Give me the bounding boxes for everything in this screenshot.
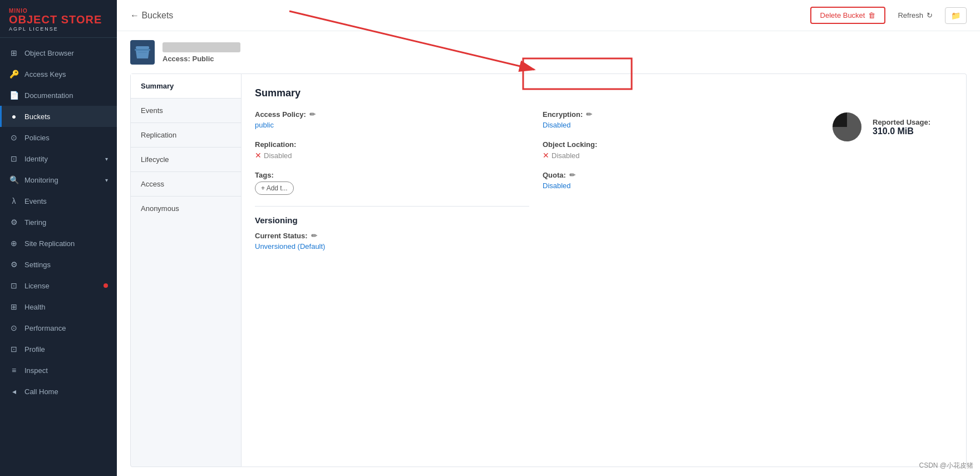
sidebar-item-site-replication[interactable]: ⊕ Site Replication: [0, 233, 117, 254]
replication-value: ✕ Disabled: [255, 151, 292, 160]
sidebar-label-profile: Profile: [24, 345, 108, 354]
sidebar-item-policies[interactable]: ⊙ Policies: [0, 127, 117, 148]
sidebar-label-call-home: Call Home: [24, 387, 108, 396]
current-status-edit-icon[interactable]: ✏: [311, 232, 317, 240]
back-button[interactable]: ← Buckets: [130, 11, 173, 21]
sidebar-label-identity: Identity: [24, 155, 100, 163]
bucket-header: Access: Public: [117, 31, 980, 65]
sidebar-item-tiering[interactable]: ⚙ Tiering: [0, 212, 117, 233]
sidebar-item-profile[interactable]: ⊡ Profile: [0, 338, 117, 360]
tab-anonymous[interactable]: Anonymous: [131, 197, 241, 220]
summary-grid: Access Policy: ✏ public Replication: ✕ D…: [255, 110, 953, 262]
versioning-section: Versioning Current Status: ✏ Unversioned…: [255, 206, 529, 251]
reported-usage-label: Reported Usage:: [873, 118, 930, 126]
sidebar-label-buckets: Buckets: [24, 112, 108, 121]
sidebar-label-health: Health: [24, 303, 108, 311]
summary-col-1: Access Policy: ✏ public Replication: ✕ D…: [255, 110, 543, 262]
sidebar-item-monitoring[interactable]: 🔍 Monitoring ▾: [0, 169, 117, 190]
current-status-label: Current Status: ✏: [255, 232, 529, 240]
object-locking-label: Object Locking:: [543, 140, 817, 149]
access-policy-value[interactable]: public: [255, 121, 529, 129]
sidebar-item-identity[interactable]: ⊡ Identity ▾: [0, 148, 117, 169]
divider-1: [255, 206, 529, 207]
sidebar-item-inspect[interactable]: ≡ Inspect: [0, 360, 117, 381]
tab-access[interactable]: Access: [131, 172, 241, 197]
refresh-button[interactable]: Refresh ↻: [890, 8, 940, 23]
usage-col: Reported Usage: 310.0 MiB: [830, 110, 953, 262]
current-status-value[interactable]: Unversioned (Default): [255, 242, 529, 251]
sidebar-item-documentation[interactable]: 📄 Documentation: [0, 85, 117, 106]
license-badge: [104, 283, 108, 288]
tab-replication[interactable]: Replication: [131, 123, 241, 148]
settings-icon: ⚙: [9, 259, 19, 269]
trash-icon: 🗑: [868, 11, 875, 19]
replication-label: Replication:: [255, 140, 529, 149]
usage-info: Reported Usage: 310.0 MiB: [873, 118, 930, 136]
sidebar-label-events: Events: [24, 197, 108, 205]
sidebar-nav: ⊞ Object Browser 🔑 Access Keys 📄 Documen…: [0, 38, 117, 476]
svg-rect-2: [138, 52, 147, 53]
encryption-label: Encryption: ✏: [543, 110, 817, 119]
svg-rect-1: [135, 49, 150, 51]
quota-value[interactable]: Disabled: [543, 181, 817, 190]
encryption-value[interactable]: Disabled: [543, 121, 817, 129]
replication-field: Replication: ✕ Disabled: [255, 140, 529, 160]
sidebar-label-policies: Policies: [24, 134, 108, 142]
sidebar-item-object-browser[interactable]: ⊞ Object Browser: [0, 42, 117, 63]
tab-lifecycle[interactable]: Lifecycle: [131, 148, 241, 172]
replication-x-icon: ✕: [255, 151, 262, 160]
buckets-icon: ●: [9, 111, 19, 121]
identity-icon: ⊡: [9, 154, 19, 164]
delete-bucket-label: Delete Bucket: [820, 11, 865, 19]
tags-label: Tags:: [255, 171, 529, 179]
current-status-field: Current Status: ✏ Unversioned (Default): [255, 232, 529, 251]
sidebar-item-license[interactable]: ⊡ License: [0, 275, 117, 296]
bucket-name: [162, 42, 240, 52]
policies-icon: ⊙: [9, 133, 19, 143]
health-icon: ⊞: [9, 302, 19, 312]
expand-icon: ▾: [105, 156, 108, 162]
sidebar: MINIO OBJECT STORE AGPL LICENSE ⊞ Object…: [0, 0, 117, 476]
sidebar-item-buckets[interactable]: ● Buckets: [0, 106, 117, 127]
breadcrumb: ← Buckets: [130, 11, 173, 21]
sidebar-item-performance[interactable]: ⊙ Performance: [0, 317, 117, 338]
quota-edit-icon[interactable]: ✏: [569, 171, 575, 179]
access-policy-field: Access Policy: ✏ public: [255, 110, 529, 129]
sidebar-label-settings: Settings: [24, 261, 108, 269]
delete-bucket-button[interactable]: Delete Bucket 🗑: [810, 7, 886, 24]
sidebar-item-events[interactable]: λ Events: [0, 190, 117, 212]
sidebar-item-access-keys[interactable]: 🔑 Access Keys: [0, 63, 117, 85]
logo-main: OBJECT STORE: [9, 14, 108, 25]
tab-summary[interactable]: Summary: [131, 74, 241, 99]
quota-label: Quota: ✏: [543, 171, 817, 179]
tiering-icon: ⚙: [9, 217, 19, 227]
logo-object: OBJECT: [9, 13, 57, 26]
license-icon: ⊡: [9, 281, 19, 291]
folder-button[interactable]: 📁: [945, 7, 967, 24]
access-policy-edit-icon[interactable]: ✏: [309, 110, 316, 119]
object-locking-value: ✕ Disabled: [543, 151, 580, 160]
sidebar-label-inspect: Inspect: [24, 366, 108, 375]
refresh-label: Refresh: [898, 11, 923, 19]
svg-rect-0: [136, 46, 149, 49]
object-locking-x-icon: ✕: [543, 151, 549, 160]
versioning-title: Versioning: [255, 215, 529, 225]
bucket-icon: [130, 40, 155, 65]
sidebar-item-settings[interactable]: ⚙ Settings: [0, 254, 117, 275]
topbar: ← Buckets Delete Bucket 🗑 Refresh ↻ 📁: [117, 0, 980, 31]
bucket-info: Access: Public: [162, 42, 240, 63]
sidebar-item-call-home[interactable]: ◂ Call Home: [0, 381, 117, 402]
encryption-edit-icon[interactable]: ✏: [586, 110, 592, 119]
add-tag-button[interactable]: + Add t...: [255, 181, 294, 195]
sidebar-item-health[interactable]: ⊞ Health: [0, 296, 117, 317]
summary-title: Summary: [255, 87, 953, 99]
sidebar-label-object-browser: Object Browser: [24, 49, 108, 57]
object-browser-icon: ⊞: [9, 48, 19, 58]
logo: MINIO OBJECT STORE AGPL LICENSE: [0, 0, 117, 38]
sidebar-label-access-keys: Access Keys: [24, 70, 108, 78]
encryption-field: Encryption: ✏ Disabled: [543, 110, 817, 129]
access-policy-label: Access Policy: ✏: [255, 110, 529, 119]
tab-events[interactable]: Events: [131, 99, 241, 123]
topbar-actions: Delete Bucket 🗑 Refresh ↻ 📁: [810, 7, 967, 24]
content-area: SummaryEventsReplicationLifecycleAccessA…: [117, 65, 980, 476]
